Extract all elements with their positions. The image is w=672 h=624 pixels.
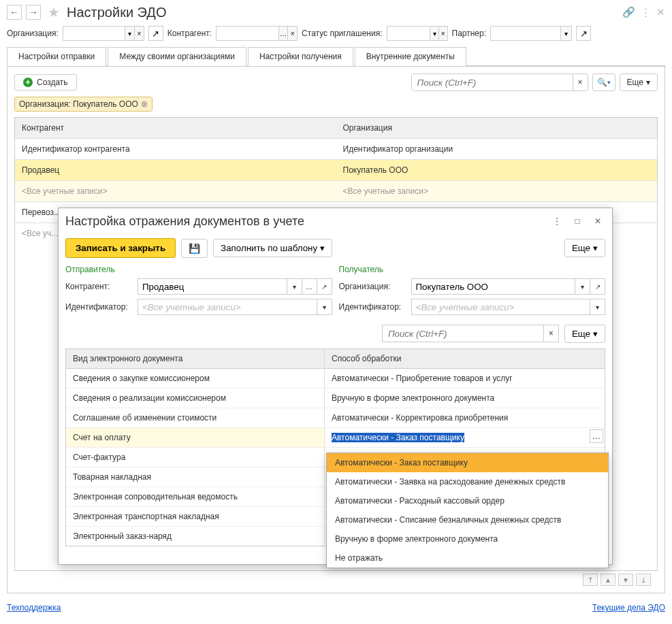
current-edo-link[interactable]: Текущие дела ЭДО [592,603,665,612]
chevron-down-icon: ▾ [593,329,598,339]
dialog-search-box[interactable]: × [382,325,559,342]
partner-combo[interactable]: ▾ [490,26,572,41]
cell: Электронная сопроводительная ведомость [66,487,325,506]
dropdown-option[interactable]: Не отражать [327,548,608,568]
invite-status-input[interactable] [387,27,430,40]
ellipsis-icon[interactable]: … [278,27,288,40]
dropdown-trigger-icon[interactable]: … [590,429,603,443]
chevron-down-icon: ▾ [593,243,598,253]
dialog-more-button-2[interactable]: Еще ▾ [564,325,605,343]
contractor-input[interactable] [138,279,287,294]
org-field[interactable]: ▾ ↗ [411,278,606,295]
chevron-down-icon[interactable]: ▾ [317,299,332,314]
clear-icon[interactable]: × [438,27,447,40]
cell: Электронный заказ-наряд [66,527,325,546]
chevron-down-icon[interactable]: ▾ [287,279,302,294]
dialog-close-icon[interactable]: ✕ [590,214,605,229]
dialog-more-button[interactable]: Еще ▾ [564,239,605,257]
cell: Автоматически - Корректировка приобретен… [325,408,605,427]
more-label: Еще [572,329,590,339]
contractor-field[interactable]: ▾ … ↗ [138,278,332,295]
receiver-id-input[interactable] [412,299,590,314]
invite-status-combo[interactable]: ▾ × [387,26,448,41]
ellipsis-icon[interactable]: … [302,279,317,294]
column-header-method[interactable]: Способ обработки [325,349,605,368]
create-button[interactable]: + Создать [14,74,77,91]
cell: Сведения о реализации комиссионером [66,389,325,408]
tab-send-settings[interactable]: Настройки отправки [7,47,106,66]
dialog-maximize-icon[interactable]: □ [570,214,585,229]
receiver-id-label: Идентификатор: [339,302,407,312]
tab-between-orgs[interactable]: Между своими организациями [108,47,246,66]
contractor-combo[interactable]: … × [216,26,298,41]
chevron-down-icon[interactable]: ▾ [430,27,438,40]
dropdown-option[interactable]: Автоматически - Расходный кассовый ордер [327,491,608,510]
favorite-star-icon[interactable]: ★ [48,4,60,20]
sender-id-input[interactable] [138,299,317,314]
close-icon[interactable]: ✕ [656,6,665,18]
organization-filter-label: Организация: [7,29,59,38]
cell: Идентификатор организации [336,139,658,159]
support-link[interactable]: Техподдержка [7,603,61,612]
table-row[interactable]: Соглашение об изменении стоимости Автома… [66,408,605,428]
more-button[interactable]: Еще ▾ [620,73,658,91]
contractor-filter-label: Контрагент: [167,29,212,38]
partner-open-button[interactable]: ↗ [576,26,591,41]
dropdown-option[interactable]: Автоматически - Списание безналичных ден… [327,510,608,529]
organization-open-button[interactable]: ↗ [148,26,163,41]
org-input[interactable] [412,279,575,294]
nav-forward-button[interactable]: → [26,5,41,20]
save-and-close-button[interactable]: Записать и закрыть [65,238,176,258]
search-button[interactable]: 🔍▾ [592,73,615,91]
nav-back-button[interactable]: ← [7,5,22,20]
kebab-menu-icon[interactable]: ⋮ [641,6,651,18]
table-row[interactable]: <Все учетные записи> <Все учетные записи… [15,181,657,202]
sender-id-field[interactable]: ▾ [138,299,332,315]
search-input[interactable] [412,74,573,91]
open-link-icon[interactable]: ↗ [590,279,605,294]
column-header-doc-kind[interactable]: Вид электронного документа [66,349,325,368]
scroll-top-button[interactable]: ⤒ [583,574,598,586]
column-header-organization[interactable]: Организация [336,118,658,138]
scroll-down-button[interactable]: ▼ [618,574,633,586]
table-row[interactable]: Сведения о закупке комиссионером Автомат… [66,369,605,389]
scroll-bottom-button[interactable]: ⤓ [636,574,651,586]
table-row[interactable]: Сведения о реализации комиссионером Вруч… [66,389,605,408]
dropdown-option[interactable]: Автоматически - Заказ поставщику [327,453,608,472]
dialog-kebab-icon[interactable]: ⋮ [549,214,564,229]
dropdown-option[interactable]: Автоматически - Заявка на расходование д… [327,472,608,491]
clear-search-icon[interactable]: × [543,325,558,342]
contractor-input[interactable] [217,27,278,40]
tab-receive-settings[interactable]: Настройки получения [248,47,353,66]
receiver-id-field[interactable]: ▾ [411,299,606,315]
clear-search-icon[interactable]: × [573,74,588,91]
cell: Покупатель ООО [336,160,658,180]
dialog-search-input[interactable] [383,325,543,342]
clear-icon[interactable]: × [134,27,144,40]
fill-by-template-button[interactable]: Заполнить по шаблону ▾ [213,239,332,257]
remove-filter-icon[interactable]: ⊗ [141,99,148,109]
active-filter-tag[interactable]: Организация: Покупатель ООО ⊗ [14,97,153,112]
tab-internal-docs[interactable]: Внутренние документы [355,47,466,66]
save-button[interactable]: 💾 [181,239,208,258]
chevron-down-icon[interactable]: ▾ [125,27,134,40]
chevron-down-icon[interactable]: ▾ [575,279,590,294]
selected-value: Автоматически - Заказ поставщику [332,433,464,442]
column-header-contractor[interactable]: Контрагент [15,118,336,138]
dropdown-option[interactable]: Вручную в форме электронного документа [327,529,608,548]
chevron-down-icon[interactable]: ▾ [590,299,605,314]
clear-icon[interactable]: × [287,27,297,40]
partner-input[interactable] [491,27,560,40]
organization-input[interactable] [63,27,125,40]
open-link-icon[interactable]: ↗ [317,279,332,294]
table-row[interactable]: Продавец Покупатель ООО [15,160,657,181]
organization-combo[interactable]: ▾ × [63,26,144,41]
link-icon[interactable]: 🔗 [622,6,635,18]
cell-editing[interactable]: Автоматически - Заказ поставщику … [325,428,605,447]
cell: Электронная транспортная накладная [66,507,325,526]
search-box[interactable]: × [411,73,588,91]
table-row-selected[interactable]: Счет на оплату Автоматически - Заказ пос… [66,428,605,448]
chevron-down-icon[interactable]: ▾ [560,27,571,40]
scroll-up-button[interactable]: ▲ [601,574,615,586]
table-row[interactable]: Идентификатор контрагента Идентификатор … [15,139,657,160]
